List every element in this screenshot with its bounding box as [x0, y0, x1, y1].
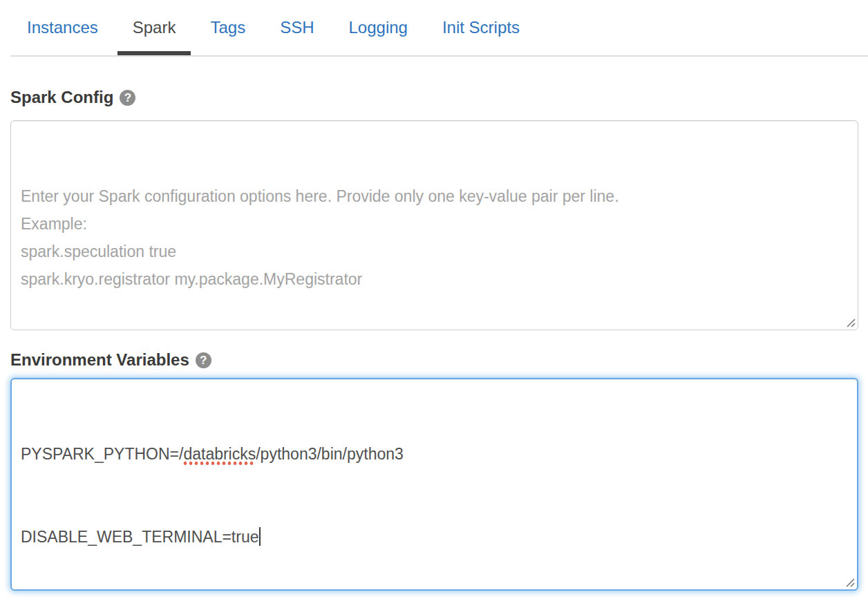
env-var-line-1: PYSPARK_PYTHON=/databricks/python3/bin/p… [21, 440, 848, 468]
tab-tags[interactable]: Tags [195, 18, 261, 55]
tab-logging[interactable]: Logging [334, 18, 423, 55]
environment-variables-textarea[interactable]: PYSPARK_PYTHON=/databricks/python3/bin/p… [10, 378, 858, 591]
environment-variables-help-icon[interactable]: ? [196, 352, 211, 368]
tab-bar: Instances Spark Tags SSH Logging Init Sc… [10, 0, 868, 57]
spark-config-help-icon[interactable]: ? [120, 90, 135, 106]
text-cursor [259, 527, 261, 546]
env-var-1-misspelled-word: databricks [183, 445, 256, 465]
env-var-line-2: DISABLE_WEB_TERMINAL=true [21, 523, 848, 551]
tab-init-scripts[interactable]: Init Scripts [427, 18, 535, 55]
spark-config-textarea[interactable]: Enter your Spark configuration options h… [10, 120, 858, 330]
tab-ssh[interactable]: SSH [265, 18, 329, 55]
env-var-1-prefix: PYSPARK_PYTHON=/ [21, 445, 183, 463]
tab-instances[interactable]: Instances [12, 18, 113, 55]
tab-spark[interactable]: Spark [117, 18, 191, 55]
resize-handle-icon[interactable] [847, 319, 856, 327]
spark-config-placeholder: Enter your Spark configuration options h… [21, 182, 848, 293]
environment-variables-label: Environment Variables [10, 351, 189, 369]
environment-variables-label-row: Environment Variables ? [10, 351, 858, 369]
env-var-2-text: DISABLE_WEB_TERMINAL=true [21, 528, 258, 546]
spark-config-label: Spark Config [10, 88, 113, 106]
env-var-1-suffix: /python3/bin/python3 [256, 445, 404, 463]
resize-handle-icon[interactable] [846, 578, 855, 587]
spark-config-label-row: Spark Config ? [10, 88, 858, 106]
